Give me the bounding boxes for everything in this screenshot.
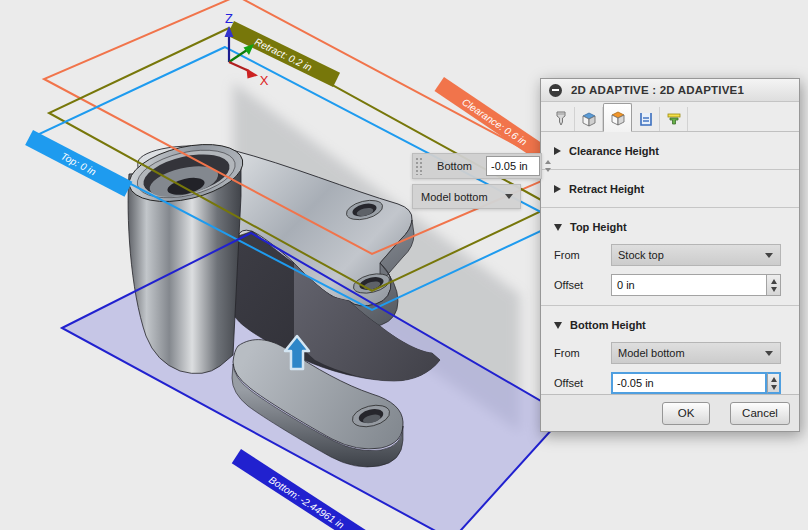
spinner-up-icon[interactable] bbox=[771, 279, 777, 284]
section-retract-height[interactable]: Retract Height bbox=[541, 180, 799, 198]
spinner-up-icon[interactable] bbox=[545, 160, 551, 164]
bottom-from-row: From Model bottom bbox=[554, 342, 799, 364]
chevron-down-icon bbox=[505, 194, 513, 199]
bottom-offset-row: Offset -0.05 in bbox=[554, 372, 799, 394]
tab-geometry[interactable] bbox=[575, 107, 603, 131]
separator bbox=[541, 207, 799, 208]
floating-from-value: Model bottom bbox=[413, 191, 505, 203]
top-from-row: From Stock top bbox=[554, 244, 799, 266]
section-label: Top Height bbox=[570, 221, 627, 233]
collapse-dialog-icon[interactable] bbox=[549, 84, 562, 97]
spinner-down-icon[interactable] bbox=[771, 385, 777, 390]
field-label: Offset bbox=[554, 377, 611, 389]
dialog-tab-bar bbox=[541, 102, 799, 132]
cancel-button[interactable]: Cancel bbox=[730, 402, 790, 425]
dialog-footer: OK Cancel bbox=[541, 394, 799, 431]
expand-arrow-icon[interactable] bbox=[554, 185, 561, 193]
tab-tool[interactable] bbox=[547, 107, 575, 131]
chevron-down-icon bbox=[765, 253, 773, 258]
z-axis-label: Z bbox=[225, 11, 233, 26]
bottom-from-dropdown[interactable]: Model bottom bbox=[611, 342, 781, 364]
field-label: From bbox=[554, 347, 611, 359]
field-label: From bbox=[554, 249, 611, 261]
dropdown-value: Stock top bbox=[612, 249, 765, 261]
section-clearance-height[interactable]: Clearance Height bbox=[541, 142, 799, 160]
top-offset-spinner[interactable] bbox=[767, 274, 781, 296]
passes-icon bbox=[637, 110, 655, 128]
floating-from-dropdown[interactable]: Model bottom bbox=[412, 184, 521, 209]
dialog-header[interactable]: 2D ADAPTIVE : 2D ADAPTIVE1 bbox=[541, 79, 799, 102]
tab-passes[interactable] bbox=[632, 107, 660, 131]
bottom-offset-input[interactable]: -0.05 in bbox=[611, 372, 767, 394]
top-offset-input[interactable]: 0 in bbox=[611, 274, 767, 296]
x-axis-label: X bbox=[260, 73, 269, 88]
geometry-icon bbox=[579, 110, 598, 128]
section-label: Clearance Height bbox=[569, 145, 659, 157]
floating-offset-input[interactable]: -0.05 in bbox=[486, 156, 540, 176]
floating-offset-spinner[interactable] bbox=[542, 156, 554, 176]
section-label: Bottom Height bbox=[570, 319, 646, 331]
collapse-arrow-icon[interactable] bbox=[554, 322, 562, 329]
tool-icon bbox=[552, 110, 570, 128]
chevron-down-icon bbox=[765, 351, 773, 356]
spinner-down-icon[interactable] bbox=[771, 287, 777, 292]
section-label: Retract Height bbox=[569, 183, 644, 195]
floating-offset-toolbar: Bottom -0.05 in bbox=[412, 153, 542, 179]
tab-heights[interactable] bbox=[603, 103, 632, 132]
section-bottom-height[interactable]: Bottom Height bbox=[541, 316, 799, 334]
tab-linking[interactable] bbox=[660, 107, 688, 131]
spinner-down-icon[interactable] bbox=[545, 168, 551, 172]
collapse-arrow-icon[interactable] bbox=[554, 224, 562, 231]
dropdown-value: Model bottom bbox=[612, 347, 765, 359]
spinner-up-icon[interactable] bbox=[771, 377, 777, 382]
expand-arrow-icon[interactable] bbox=[554, 147, 561, 155]
separator bbox=[541, 305, 799, 306]
floating-offset-label: Bottom bbox=[423, 160, 486, 172]
drag-handle[interactable] bbox=[415, 157, 423, 175]
top-from-dropdown[interactable]: Stock top bbox=[611, 244, 781, 266]
2d-adaptive-dialog: 2D ADAPTIVE : 2D ADAPTIVE1 bbox=[540, 78, 800, 432]
ok-button[interactable]: OK bbox=[662, 402, 710, 425]
bottom-offset-spinner[interactable] bbox=[767, 372, 781, 394]
top-offset-inputwrap: 0 in bbox=[611, 274, 781, 296]
top-offset-row: Offset 0 in bbox=[554, 274, 799, 296]
bottom-offset-inputwrap: -0.05 in bbox=[611, 372, 781, 394]
heights-icon bbox=[608, 109, 627, 127]
linking-icon bbox=[665, 110, 683, 128]
field-label: Offset bbox=[554, 279, 611, 291]
separator bbox=[541, 169, 799, 170]
dialog-title: 2D ADAPTIVE : 2D ADAPTIVE1 bbox=[571, 84, 744, 96]
section-top-height[interactable]: Top Height bbox=[541, 218, 799, 236]
